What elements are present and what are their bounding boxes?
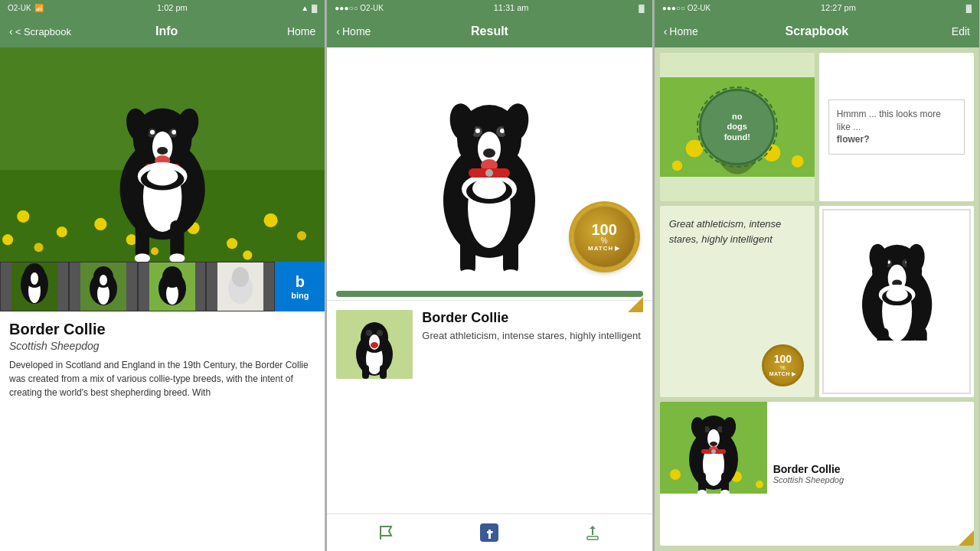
small-match-percent: % <box>780 364 786 371</box>
facebook-icon <box>480 523 498 542</box>
bing-label: bing <box>291 291 309 300</box>
nav-title-1: Info <box>155 24 178 38</box>
svg-point-5 <box>94 218 106 230</box>
battery-icon-2: ▓ <box>639 4 644 12</box>
no-dogs-line2: dogs <box>727 122 747 132</box>
svg-point-73 <box>485 169 493 177</box>
no-dogs-badge: no dogs found! <box>699 89 776 165</box>
bottom-breed-name: Border Collie <box>773 463 968 475</box>
back-label-1[interactable]: < Scrapbook <box>15 26 71 37</box>
breed-subtitle: Scottish Sheepdog <box>9 340 315 352</box>
svg-point-66 <box>475 129 480 133</box>
bottom-breed-info: Border Collie Scottish Sheepdog <box>767 402 974 546</box>
time-1: 1:02 pm <box>157 3 188 12</box>
stamp-dog-card[interactable]: Great athleticism, intense stares, highl… <box>660 206 815 397</box>
stamp-border: Hmmm ... this looks more like ... flower… <box>828 99 965 155</box>
result-thumbnail <box>336 310 413 379</box>
breed-description: Developed in Scotland and England in the… <box>9 358 315 399</box>
thumbnail-3[interactable] <box>138 262 207 311</box>
result-thumb-dog <box>336 310 413 379</box>
thumbnail-strip: b bing <box>0 262 325 311</box>
dog-stamp-inner <box>822 209 971 394</box>
no-dogs-line3: found! <box>724 132 750 142</box>
facebook-button[interactable] <box>479 522 500 543</box>
match-number: 100 <box>591 222 616 237</box>
svg-point-4 <box>34 243 43 252</box>
italic-description: Great athleticism, intense stares, highl… <box>669 217 805 246</box>
bottom-breed-subtitle: Scottish Sheepdog <box>773 475 968 484</box>
status-left-2: ●●●○○ O2-UK <box>335 4 384 12</box>
thumb-dog-4 <box>217 262 263 311</box>
svg-point-13 <box>243 250 252 259</box>
svg-point-25 <box>172 130 176 135</box>
breed-name: Border Collie <box>9 321 315 338</box>
home-button-1[interactable]: Home <box>262 25 315 37</box>
thumbnail-1[interactable] <box>0 262 69 311</box>
screen-result: ●●●○○ O2-UK 11:31 am ▓ ‹ Home Result <box>327 0 652 551</box>
svg-point-34 <box>147 167 178 185</box>
hmmm-text: Hmmm ... this looks more like ... flower… <box>837 108 956 146</box>
flag-icon <box>377 523 396 542</box>
back-label-2[interactable]: Home <box>342 25 371 37</box>
result-info: Border Collie Great athleticism, intense… <box>422 310 642 379</box>
svg-point-9 <box>264 214 278 227</box>
svg-point-68 <box>483 148 495 158</box>
back-button-2[interactable]: ‹ Home <box>336 25 390 37</box>
no-dogs-card[interactable]: no dogs found! <box>660 53 815 201</box>
svg-point-81 <box>366 330 372 336</box>
bing-button[interactable]: b bing <box>275 262 325 311</box>
stamp-text: Great athleticism, intense stares, highl… <box>663 209 812 254</box>
hmmm-bold: flower? <box>837 134 870 145</box>
svg-point-11 <box>2 234 13 245</box>
nav-title-3: Scrapbook <box>785 24 848 38</box>
small-match-number: 100 <box>774 354 792 364</box>
nav-bar-3: ‹ Home Scrapbook Edit <box>655 15 979 47</box>
hmmm-card[interactable]: Hmmm ... this looks more like ... flower… <box>819 53 974 201</box>
scrapbook-grid: no dogs found! Hmmm ... this looks more … <box>655 47 979 551</box>
svg-point-6 <box>126 234 137 245</box>
share-button[interactable] <box>582 522 603 543</box>
carrier-2: ●●●○○ O2-UK <box>335 4 384 12</box>
small-match-badge: 100 % MATCH ▶ <box>762 344 804 386</box>
svg-rect-85 <box>587 536 598 540</box>
corner-arrow <box>628 297 643 312</box>
share-icon <box>583 523 602 542</box>
back-button-1[interactable]: ‹ < Scrapbook <box>9 25 71 37</box>
bottom-dog-image <box>660 402 767 546</box>
svg-rect-96 <box>877 328 888 341</box>
status-bar-1: O2-UK 📶 1:02 pm ▲ ▓ <box>0 0 325 15</box>
gps-icon-1: ▲ <box>301 4 309 12</box>
info-content: Border Collie Scottish Sheepdog Develope… <box>0 311 325 551</box>
match-badge: 100 % MATCH▶ <box>572 204 637 269</box>
back-button-3[interactable]: ‹ Home <box>664 25 717 37</box>
svg-rect-78 <box>380 365 387 379</box>
no-dogs-badge-container: no dogs found! <box>660 53 815 201</box>
flag-button[interactable] <box>376 522 397 543</box>
svg-point-130 <box>710 442 717 446</box>
match-percent: % <box>601 237 608 245</box>
screen-info: O2-UK 📶 1:02 pm ▲ ▓ ‹ < Scrapbook Info H… <box>0 0 325 551</box>
nav-title-2: Result <box>471 24 508 38</box>
bottom-dog-card[interactable]: Border Collie Scottish Sheepdog <box>660 402 974 546</box>
svg-point-82 <box>377 330 383 336</box>
back-label-3[interactable]: Home <box>669 25 697 37</box>
back-arrow-2: ‹ <box>336 25 340 37</box>
svg-point-119 <box>756 481 763 488</box>
edit-button-3[interactable]: Edit <box>916 25 970 37</box>
svg-point-39 <box>31 272 38 285</box>
result-card: Border Collie Great athleticism, intense… <box>327 300 652 388</box>
thumbnail-4[interactable] <box>206 262 275 311</box>
time-3: 12:27 pm <box>821 3 856 12</box>
svg-point-83 <box>371 342 378 348</box>
bottom-corner-arrow <box>959 530 974 546</box>
match-label: MATCH▶ <box>588 245 620 252</box>
svg-point-114 <box>886 288 907 301</box>
back-arrow-3: ‹ <box>664 25 668 37</box>
status-right-1: ▲ ▓ <box>301 4 317 12</box>
thumbnail-2[interactable] <box>69 262 138 311</box>
battery-icon-3: ▓ <box>966 4 972 12</box>
svg-point-12 <box>151 247 158 255</box>
stamp-inner: Great athleticism, intense stares, highl… <box>663 209 812 394</box>
no-dogs-line1: no <box>732 112 742 122</box>
dog-stamp-card[interactable] <box>819 206 974 397</box>
